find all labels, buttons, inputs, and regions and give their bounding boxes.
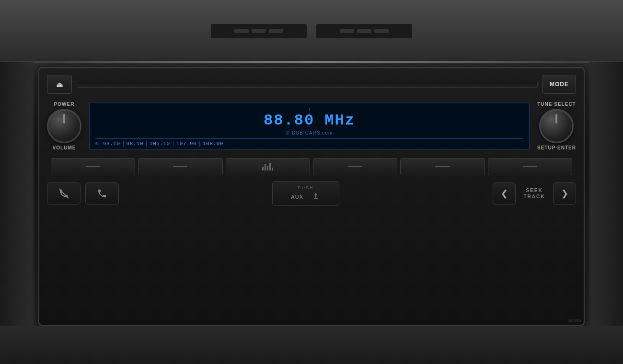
- phone-mute-icon: [58, 188, 69, 199]
- preset-btn-line: [523, 166, 537, 167]
- svg-line-0: [59, 189, 69, 198]
- bar: [272, 168, 273, 171]
- aux-usb-button[interactable]: PUSH AUX: [272, 181, 339, 206]
- vent-bar: [340, 29, 354, 33]
- preset-button-1[interactable]: [51, 158, 135, 175]
- vent-bar: [269, 29, 283, 33]
- preset-button-4[interactable]: [313, 158, 397, 175]
- power-label: POWER: [54, 102, 75, 107]
- chrome-strip: [0, 61, 623, 63]
- eject-button[interactable]: ⏏: [47, 75, 72, 94]
- preset-1: 93.10: [100, 141, 123, 147]
- setup-enter-label: SETUP·ENTER: [537, 145, 576, 150]
- tune-setup-section: TUNE·SELECT SETUP·ENTER: [537, 102, 576, 150]
- bar: [265, 164, 266, 171]
- preset-5: 108.00: [199, 141, 226, 147]
- mode-button[interactable]: MODE: [542, 75, 576, 94]
- next-icon: ❯: [561, 188, 568, 199]
- side-panel-left: [0, 62, 34, 364]
- preset-button-3[interactable]: [226, 158, 310, 175]
- push-label: PUSH: [298, 185, 313, 190]
- preset-button-2[interactable]: [138, 158, 222, 175]
- seek-prev-button[interactable]: ❮: [493, 182, 516, 205]
- side-panel-right: [589, 62, 623, 364]
- top-vent-area: [0, 0, 623, 62]
- vent-bar: [357, 29, 371, 33]
- phone-button[interactable]: [85, 182, 119, 205]
- part-number: 100780: [568, 318, 581, 323]
- usb-icon: [311, 192, 321, 202]
- bar: [267, 166, 268, 171]
- scene: ⏏ MODE POWER VOLUME ↑ ↓ 88.80 MHz © DUBI…: [0, 0, 623, 364]
- vent-bar: [234, 29, 249, 33]
- preset-3: 105.10: [146, 141, 173, 147]
- preset-4: 107.90: [173, 141, 200, 147]
- bottom-area: [0, 326, 623, 364]
- top-row: ⏏ MODE: [47, 74, 576, 95]
- seek-label: SEEKTRACK: [524, 187, 545, 200]
- bar: [262, 167, 264, 171]
- tune-select-knob[interactable]: [539, 109, 574, 143]
- vent-strip-left: [211, 24, 307, 38]
- vent-bar: [374, 29, 389, 33]
- preset-btn-line: [173, 166, 187, 167]
- aux-usb-icons: AUX: [291, 192, 321, 202]
- preset-button-5[interactable]: [400, 158, 485, 175]
- bottom-row: PUSH AUX ❮ SEEKTRACK ❯: [47, 181, 576, 206]
- volume-knob[interactable]: [47, 109, 81, 143]
- seek-track-label-box: SEEKTRACK: [518, 182, 551, 205]
- preset-btn-line: [435, 166, 450, 167]
- vent-strip-right: [316, 24, 412, 38]
- volume-label: VOLUME: [53, 145, 76, 150]
- power-volume-section: POWER VOLUME: [47, 102, 81, 150]
- preset-btn-line: [348, 166, 362, 167]
- signal-icon: ↑ ↓: [308, 107, 311, 117]
- bar: [269, 163, 271, 171]
- radio-unit: ⏏ MODE POWER VOLUME ↑ ↓ 88.80 MHz © DUBI…: [38, 67, 585, 326]
- middle-row: POWER VOLUME ↑ ↓ 88.80 MHz © DUBICARS.co…: [47, 100, 576, 152]
- preset-2: 98.10: [123, 141, 147, 147]
- phone-icon: [97, 188, 107, 199]
- tune-select-label: TUNE·SELECT: [537, 102, 576, 107]
- vent-bar: [252, 29, 266, 33]
- preset-buttons-row: [51, 157, 572, 176]
- cd-slot: [77, 81, 538, 88]
- preset-number: 6: [95, 141, 98, 146]
- preset-list: 6 93.10 98.10 105.10 107.90 108.00: [95, 138, 523, 147]
- preset-button-6[interactable]: [488, 158, 572, 175]
- aux-label: AUX: [291, 194, 303, 200]
- seek-track-section: ❮ SEEKTRACK ❯: [493, 182, 576, 205]
- phone-mute-button[interactable]: [47, 182, 81, 205]
- seek-next-button[interactable]: ❯: [553, 182, 576, 205]
- preset-btn-line: [86, 166, 100, 167]
- watermark: © DUBICARS.com: [286, 130, 333, 136]
- prev-icon: ❮: [501, 188, 508, 199]
- preset-btn-bars: [262, 163, 273, 171]
- radio-display: ↑ ↓ 88.80 MHz © DUBICARS.com 6 93.10 98.…: [89, 102, 530, 150]
